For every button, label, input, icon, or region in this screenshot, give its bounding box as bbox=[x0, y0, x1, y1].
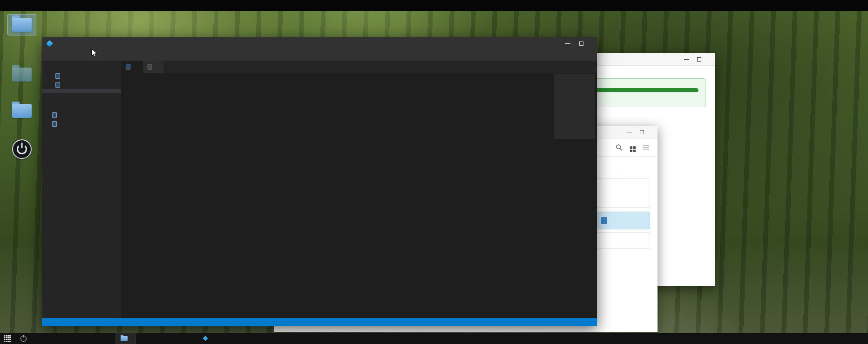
explorer-sidebar bbox=[42, 61, 121, 318]
folder-icon bbox=[121, 336, 128, 341]
desktop-icon-file-manager[interactable] bbox=[6, 14, 38, 37]
menu-bar bbox=[42, 49, 597, 61]
maximize-icon[interactable] bbox=[579, 41, 584, 46]
desktop bbox=[0, 0, 868, 344]
minimize-icon[interactable] bbox=[627, 130, 632, 135]
open-editor-item[interactable] bbox=[42, 71, 121, 80]
tree-item-file[interactable] bbox=[42, 110, 121, 119]
notepada-titlebar[interactable] bbox=[42, 37, 597, 49]
section-project-dummy[interactable] bbox=[42, 89, 121, 93]
taskbar-item-ffmpeg-factory[interactable] bbox=[16, 333, 34, 344]
power-icon bbox=[12, 139, 32, 159]
app-launcher-icon[interactable] bbox=[4, 335, 5, 337]
tab-index-html[interactable] bbox=[121, 61, 143, 73]
desktop-icon-hello-world[interactable] bbox=[6, 64, 38, 87]
desktop-icon-test[interactable] bbox=[6, 101, 38, 123]
tab-init-agi[interactable] bbox=[143, 61, 165, 73]
file-icon bbox=[52, 121, 57, 127]
tree-item-file[interactable] bbox=[42, 119, 121, 128]
file-icon bbox=[52, 112, 57, 118]
notepada-window bbox=[42, 37, 597, 326]
editor-pane bbox=[121, 61, 597, 318]
divider bbox=[608, 143, 608, 151]
mouse-cursor bbox=[91, 48, 99, 58]
tab-bar bbox=[121, 61, 597, 73]
section-open-editors[interactable] bbox=[42, 68, 121, 71]
taskbar bbox=[0, 333, 868, 344]
file-icon bbox=[601, 217, 607, 224]
code-area[interactable] bbox=[121, 73, 597, 318]
folder-icon bbox=[12, 18, 32, 32]
notepada-logo-icon bbox=[46, 40, 53, 47]
minimize-icon[interactable] bbox=[565, 41, 570, 46]
grid-view-icon[interactable] bbox=[630, 146, 632, 149]
tree-item-folder[interactable] bbox=[42, 102, 121, 110]
folder-icon bbox=[12, 104, 32, 118]
file-icon bbox=[55, 82, 60, 88]
open-editor-item[interactable] bbox=[42, 80, 121, 89]
maximize-icon[interactable] bbox=[639, 130, 644, 135]
taskbar-item-notepada[interactable] bbox=[198, 333, 216, 344]
taskbar-item-file-manager[interactable] bbox=[115, 333, 136, 344]
status-bar bbox=[42, 318, 597, 326]
tree-item-folder[interactable] bbox=[42, 93, 121, 102]
search-icon[interactable] bbox=[616, 144, 623, 151]
top-bar bbox=[0, 0, 868, 11]
power-icon bbox=[20, 336, 27, 342]
maximize-icon[interactable] bbox=[697, 57, 702, 62]
list-view-icon[interactable] bbox=[643, 145, 649, 146]
notepada-logo-icon bbox=[203, 336, 208, 341]
selection-highlight bbox=[7, 14, 36, 35]
file-icon bbox=[55, 73, 60, 79]
desktop-icon-ffmpeg-factory[interactable] bbox=[6, 136, 38, 164]
sidebar-header bbox=[42, 61, 121, 68]
folder-icon bbox=[12, 68, 32, 82]
minimize-icon[interactable] bbox=[684, 57, 689, 62]
file-icon bbox=[148, 64, 152, 69]
file-icon bbox=[126, 64, 130, 69]
